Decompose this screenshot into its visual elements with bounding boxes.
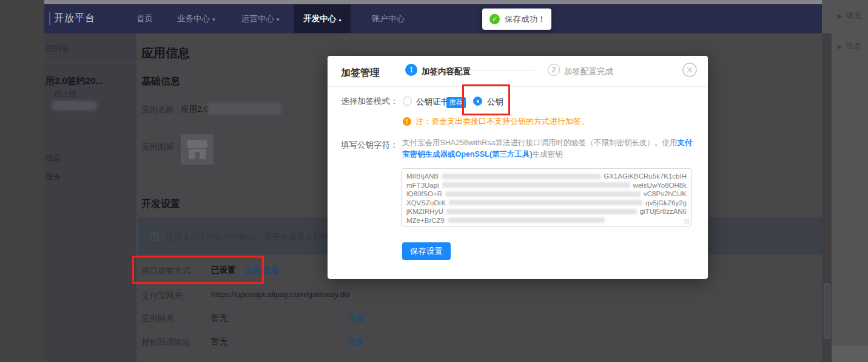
page-title: 应用信息 [141,45,190,61]
note-text: 注：资金支出类接口不支持公钥的方式进行加签。 [415,116,589,127]
radio-public-key-cert[interactable] [403,97,412,106]
app-name-redacted [207,103,281,115]
chevron-up-icon: ▴ [338,16,341,22]
close-icon[interactable] [682,62,698,78]
caret-right-icon: ▶ [838,13,843,19]
redacted-key-segment [445,191,641,197]
app-gateway-set-link[interactable]: 设置 [348,313,364,324]
modal-title: 加签管理 [341,67,380,80]
storefront-icon [185,138,209,160]
public-key-help-text: 支付宝会用SHA256withRsa算法进行接口调用时的验签（不限制密钥长度）。… [402,137,699,160]
redacted-key-segment [442,174,601,179]
nav-item-dev-center[interactable]: 开发中心▴ [294,4,351,33]
success-toast: ✓ 保存成功！ [482,9,551,30]
step-connector [471,70,534,71]
scrollbar-thumb[interactable] [824,283,830,339]
info-icon: i [150,232,159,241]
basic-info-section-title: 基础信息 [141,75,180,88]
step-2-indicator: 2 [548,64,560,76]
redacted-key-segment [449,200,642,205]
panel-item-label: 线条 [846,41,862,52]
chevron-down-icon: ▾ [277,16,280,22]
app-gateway-label: 应用网关： [141,313,183,324]
auth-callback-value: 暂无 [211,336,227,347]
sidebar: 用列表 用2.0签约20... 已上线 信息 服务 [44,33,136,362]
redacted-key-segment [442,182,630,188]
dev-settings-section-title: 开发设置 [141,198,180,211]
radio-public-key-cert-label[interactable]: 公钥证书 [416,97,449,108]
warning-icon: ! [403,117,411,126]
nav-item-home[interactable]: 首页 [136,4,153,33]
openssl-link[interactable]: 或OpenSSL(第三方工具) [448,150,533,159]
nav-item-operation-center[interactable]: 运营中心▾ [241,4,280,33]
nav-item-account-center[interactable]: 账户中心 [372,4,405,33]
app-icon [181,134,214,165]
backdrop-left [0,0,44,362]
modal-header-divider [328,86,708,87]
fund-payout-note: ! 注：资金支出类接口不支持公钥的方式进行加签。 [403,116,589,127]
redacted-key-segment [448,217,605,223]
gateway-label: 支付宝网关: [141,290,184,301]
toast-text: 保存成功！ [505,14,546,25]
panel-item-line[interactable]: ▶ 线条 [838,41,862,52]
save-settings-button[interactable]: 保存设置 [402,242,451,260]
nav-item-business-center[interactable]: 业务中心▾ [177,4,215,33]
public-key-field-label: 填写公钥字符： [341,140,399,151]
textarea-resize-handle[interactable] [684,219,690,225]
annotation-rect-public-key [462,84,510,115]
screen: ▶ 填充 ▶ 线条 开放平台 首页 业务中心▾ 运营中心▾ 开发中心▴ 账户中心… [0,0,868,362]
sidebar-app-status: 已上线 [55,89,76,100]
sidebar-app-id-redacted [52,101,98,111]
sidebar-divider [44,62,136,63]
app-name-label: 应用名称： [141,104,183,115]
sign-management-modal: 加签管理 1 加签内容配置 2 加签配置完成 选择加签模式： 公钥证书 推荐 公… [328,56,708,279]
auth-callback-label: 授权回调地址： [141,337,199,348]
step-2-label: 加签配置完成 [564,66,613,77]
app-gateway-value: 暂无 [211,313,227,324]
sidebar-item-info[interactable]: 信息 [45,152,61,163]
sidebar-app-list-label[interactable]: 用列表 [45,43,69,54]
brand-divider [49,12,50,26]
caret-right-icon: ▶ [838,43,843,50]
top-nav: 开放平台 首页 业务中心▾ 运营中心▾ 开发中心▴ 账户中心 [44,4,822,33]
auth-callback-set-link[interactable]: 设置 [348,337,364,348]
sidebar-app-title[interactable]: 用2.0签约20... [45,75,103,87]
window-top-edge [44,0,822,4]
public-key-textarea[interactable]: MIIBIjANBGX1AGiKBCRu5k7K1cbIH mFT3Uapiwe… [401,168,692,227]
gateway-value: https://openapi.alipay.com/gateway.do [211,290,349,299]
check-circle-icon: ✓ [490,14,500,24]
panel-item-fill[interactable]: ▶ 填充 [838,10,862,21]
brand-title: 开放平台 [54,12,95,25]
step-1-label: 加签内容配置 [422,66,471,77]
panel-item-label: 填充 [846,10,862,21]
scrollbar-track[interactable] [822,33,832,362]
sidebar-item-services[interactable]: 服务 [45,171,61,182]
annotation-rect-sign-mode [132,256,264,284]
step-1-indicator: 1 [405,64,417,76]
sign-mode-select-label: 选择加签模式： [341,96,399,107]
app-icon-label: 应用图标： [141,142,183,152]
chevron-down-icon: ▾ [212,16,215,22]
redacted-key-segment [446,209,637,214]
